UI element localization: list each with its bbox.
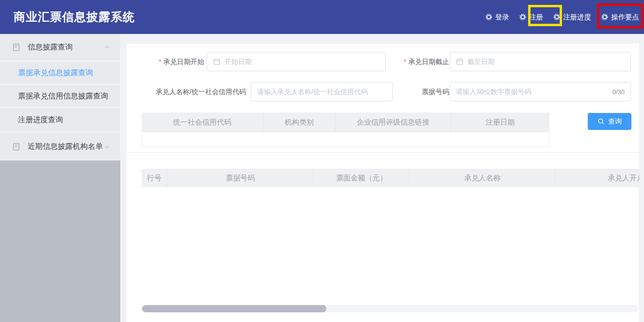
accept-date-end-input[interactable] bbox=[467, 58, 625, 65]
nav-label: 注册 bbox=[529, 13, 543, 22]
acceptor-table-col-institution-type: 机构类别 bbox=[263, 113, 336, 132]
bill-table-col-acceptor-name: 承兑人名称 bbox=[410, 169, 555, 187]
horizontal-scrollbar-track[interactable] bbox=[142, 305, 639, 312]
chevron-down-icon bbox=[104, 144, 111, 150]
search-button-label: 查询 bbox=[608, 117, 622, 126]
calendar-icon bbox=[213, 58, 221, 65]
char-counter: 0/30 bbox=[612, 88, 625, 96]
required-marker: * bbox=[404, 58, 406, 65]
document-icon bbox=[12, 43, 20, 51]
accept-date-end-field[interactable] bbox=[450, 52, 631, 71]
gear-icon bbox=[485, 14, 492, 20]
gear-icon bbox=[519, 14, 526, 20]
acceptor-name-label: 承兑人名称/统一社会信用代码 bbox=[127, 82, 246, 101]
nav-item-login[interactable]: 登录 bbox=[485, 13, 509, 22]
sidebar: 信息披露查询 票据承兑信息披露查询 票据承兑信用信息披露查询 注册进度查询 近期… bbox=[0, 34, 120, 322]
nav-item-register[interactable]: 注册 bbox=[519, 13, 543, 22]
calendar-icon bbox=[456, 58, 464, 65]
app-header: 商业汇票信息披露系统 登录 注册 bbox=[0, 0, 644, 34]
query-panel: *承兑日期开始 *承兑日期截止 bbox=[127, 44, 639, 322]
bill-table-col-acceptor-bank: 承兑人开户行 bbox=[555, 169, 639, 187]
acceptor-table-empty-row bbox=[142, 132, 549, 147]
sidebar-item-label: 票据承兑信用信息披露查询 bbox=[18, 91, 108, 101]
acceptor-table-header: 统一社会信用代码 机构类别 企业信用评级信息链接 注册日期 bbox=[142, 113, 549, 132]
bill-table-header: 行号 票据号码 票面金额（元） 承兑人名称 承兑人开户行 bbox=[142, 169, 639, 187]
document-icon bbox=[12, 143, 20, 151]
sidebar-group-label: 近期信息披露机构名单 bbox=[28, 142, 104, 152]
search-button[interactable]: 查询 bbox=[588, 113, 631, 130]
bill-table-col-row-number: 行号 bbox=[142, 169, 167, 187]
bill-table-col-bill-number: 票据号码 bbox=[167, 169, 314, 187]
bill-number-label: 票据号码 bbox=[342, 82, 449, 101]
sidebar-group-recent-disclosure-institutions[interactable]: 近期信息披露机构名单 bbox=[0, 132, 120, 161]
sidebar-group-label: 信息披露查询 bbox=[28, 42, 104, 52]
required-marker: * bbox=[159, 58, 161, 65]
nav-label: 操作要点 bbox=[611, 13, 639, 22]
sidebar-item-label: 注册进度查询 bbox=[18, 115, 63, 125]
acceptor-table-col-credit-rating-link: 企业信用评级信息链接 bbox=[336, 113, 451, 132]
viewport: 商业汇票信息披露系统 登录 注册 bbox=[0, 0, 644, 322]
top-nav: 登录 注册 注册进度 操作要 bbox=[485, 13, 639, 22]
nav-label: 注册进度 bbox=[563, 13, 591, 22]
sidebar-item-label: 票据承兑信息披露查询 bbox=[18, 68, 93, 78]
sidebar-item-bill-acceptance-credit-disclosure-query[interactable]: 票据承兑信用信息披露查询 bbox=[0, 85, 120, 108]
accept-date-end-label: *承兑日期截止 bbox=[342, 52, 449, 71]
nav-item-operation-points[interactable]: 操作要点 bbox=[601, 13, 639, 22]
gear-icon bbox=[553, 14, 560, 20]
sidebar-group-info-disclosure[interactable]: 信息披露查询 bbox=[0, 34, 120, 62]
sidebar-item-bill-acceptance-disclosure-query[interactable]: 票据承兑信息披露查询 bbox=[0, 62, 120, 85]
main-content: *承兑日期开始 *承兑日期截止 bbox=[120, 34, 644, 322]
app-title: 商业汇票信息披露系统 bbox=[14, 9, 135, 25]
gear-icon bbox=[601, 14, 608, 20]
nav-item-register-progress[interactable]: 注册进度 bbox=[553, 13, 591, 22]
search-icon bbox=[597, 118, 605, 125]
nav-label: 登录 bbox=[495, 13, 509, 22]
sidebar-item-registration-progress-query[interactable]: 注册进度查询 bbox=[0, 108, 120, 132]
horizontal-scrollbar-thumb[interactable] bbox=[142, 305, 326, 312]
acceptor-table: 统一社会信用代码 机构类别 企业信用评级信息链接 注册日期 bbox=[142, 113, 549, 147]
chevron-up-icon bbox=[104, 44, 111, 50]
bill-number-input[interactable] bbox=[456, 88, 609, 96]
divider bbox=[127, 152, 639, 153]
accept-date-start-label: *承兑日期开始 bbox=[127, 52, 204, 71]
bill-number-field[interactable]: 0/30 bbox=[450, 82, 631, 101]
bill-table: 行号 票据号码 票面金额（元） 承兑人名称 承兑人开户行 bbox=[142, 169, 639, 305]
bill-table-body-empty bbox=[142, 187, 639, 305]
acceptor-table-col-credit-code: 统一社会信用代码 bbox=[142, 113, 263, 132]
acceptor-table-col-register-date: 注册日期 bbox=[451, 113, 549, 132]
bill-table-col-face-amount: 票面金额（元） bbox=[314, 169, 410, 187]
